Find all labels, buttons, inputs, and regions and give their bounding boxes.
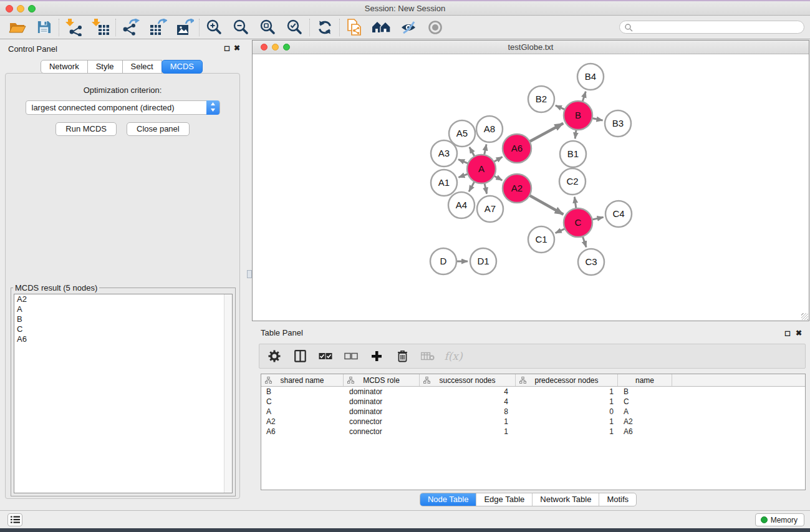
table-row[interactable]: A2connector11A2 [261,417,805,427]
tab-motifs[interactable]: Motifs [599,493,636,506]
clone-network-button[interactable] [341,17,368,38]
node-label: A2 [511,183,523,193]
deselect-all-button[interactable] [344,348,359,364]
close-panel-button[interactable]: Close panel [127,122,190,136]
edge-A-A7[interactable] [485,183,487,193]
add-column-button[interactable] [369,348,384,364]
select-all-button[interactable] [318,348,333,364]
tab-select[interactable]: Select [122,60,162,74]
export-image-button[interactable] [171,17,198,38]
save-session-button[interactable] [31,17,57,38]
first-neighbors-button[interactable] [368,17,395,38]
open-session-button[interactable] [4,17,31,38]
mcds-result-item[interactable]: B [14,314,232,324]
column-header-successor-nodes[interactable]: successor nodes [420,374,516,386]
node-label: A [478,163,485,174]
edge-A2-C[interactable] [529,195,563,215]
table-cell: 1 [516,387,618,397]
export-table-button[interactable] [144,17,171,38]
mcds-result-item[interactable]: C [14,324,232,334]
table-panel: Table Panel ◻ ✖ [246,324,810,510]
search-input[interactable] [619,21,804,34]
mcds-result-item[interactable]: A [14,304,232,314]
edge-B-B3[interactable] [592,118,603,120]
resize-grip-icon[interactable] [801,313,808,320]
edge-A-A8[interactable] [485,144,486,155]
edge-C-C4[interactable] [592,217,603,220]
function-builder-button[interactable]: f(x) [446,348,461,364]
run-mcds-button[interactable]: Run MCDS [55,122,117,136]
edge-C-C2[interactable] [574,197,576,208]
table-float-icon[interactable]: ◻ [784,329,791,337]
float-panel-icon[interactable]: ◻ [224,44,230,52]
import-network-button[interactable] [60,17,87,38]
import-table-button[interactable] [87,17,114,38]
plus-icon [371,351,382,362]
export-network-button[interactable] [117,17,144,38]
import-table-icon [92,19,110,36]
memory-status-icon [761,516,768,523]
table-row[interactable]: Cdominator41C [261,397,805,407]
network-canvas[interactable]: B4B2BB3A5A8A6A3B1AA1C2A2A4A7C4CC1C3DD1 [253,54,809,321]
splitter-handle[interactable] [247,270,252,278]
window-title: Session: New Session [0,4,810,13]
node-label: A1 [438,177,450,188]
column-header-mcds-role[interactable]: MCDS role [344,374,420,386]
edge-A-A6[interactable] [494,157,503,162]
mcds-scrollbar[interactable] [224,294,232,493]
node-label: B1 [567,148,579,159]
column-header-shared-name[interactable]: shared name [261,374,344,386]
mcds-result-item[interactable]: A6 [14,334,232,344]
node-label: C [575,217,582,228]
task-history-button[interactable] [7,513,22,526]
table-cell: 4 [420,397,516,407]
edge-B-B4[interactable] [582,92,586,102]
apply-layout-button[interactable] [311,17,338,38]
column-header-name[interactable]: name [618,374,672,386]
zoom-selected-button[interactable] [281,17,308,38]
edge-C-C3[interactable] [582,236,586,247]
edge-A-A4[interactable] [469,181,475,191]
table-settings-button[interactable] [267,348,282,364]
column-header-predecessor-nodes[interactable]: predecessor nodes [516,374,618,386]
zoom-selected-icon [286,19,304,36]
table-row[interactable]: Adominator80A [261,407,805,417]
export-network-icon [122,19,140,36]
table-row[interactable]: A6connector11A6 [261,427,805,437]
zoom-in-icon [206,19,223,36]
edge-A-A1[interactable] [458,174,468,177]
table-close-icon[interactable]: ✖ [796,329,802,337]
zoom-fit-button[interactable] [254,17,281,38]
edge-B-B2[interactable] [556,105,565,110]
zoom-out-button[interactable] [228,17,254,38]
close-panel-icon[interactable]: ✖ [234,44,240,52]
mcds-result-item[interactable]: A2 [14,294,232,304]
table-cell: C [618,397,672,407]
table-cell: A6 [618,427,672,437]
tab-network-table[interactable]: Network Table [532,493,599,506]
tab-edge-table[interactable]: Edge Table [476,493,532,506]
table-row[interactable]: Bdominator41B [261,387,805,397]
show-column-button[interactable] [292,348,307,364]
delete-table-button[interactable] [420,348,435,364]
show-graphics-details-button[interactable] [395,17,422,38]
edge-A-A3[interactable] [458,160,468,164]
zoom-in-button[interactable] [201,17,228,38]
mcds-result-box: MCDS result (5 nodes) A2ABCA6 [11,283,236,496]
delete-column-button[interactable] [395,348,410,364]
tab-network[interactable]: Network [41,60,88,74]
tab-style[interactable]: Style [87,60,123,74]
hide-graphics-details-button[interactable] [422,17,448,38]
memory-button[interactable]: Memory [755,513,804,526]
tab-mcds[interactable]: MCDS [162,60,203,74]
edge-B-B1[interactable] [575,130,576,138]
edge-A-A5[interactable] [470,147,475,157]
edge-C-C1[interactable] [556,229,565,233]
table-cell: dominator [344,397,420,407]
refresh-icon [317,19,333,36]
optimization-criterion-dropdown[interactable]: largest connected component (directed) [26,100,220,115]
task-list-icon [11,516,20,524]
edge-A6-B[interactable] [529,123,563,142]
edge-A-A2[interactable] [494,176,502,180]
tab-node-table[interactable]: Node Table [420,493,476,506]
